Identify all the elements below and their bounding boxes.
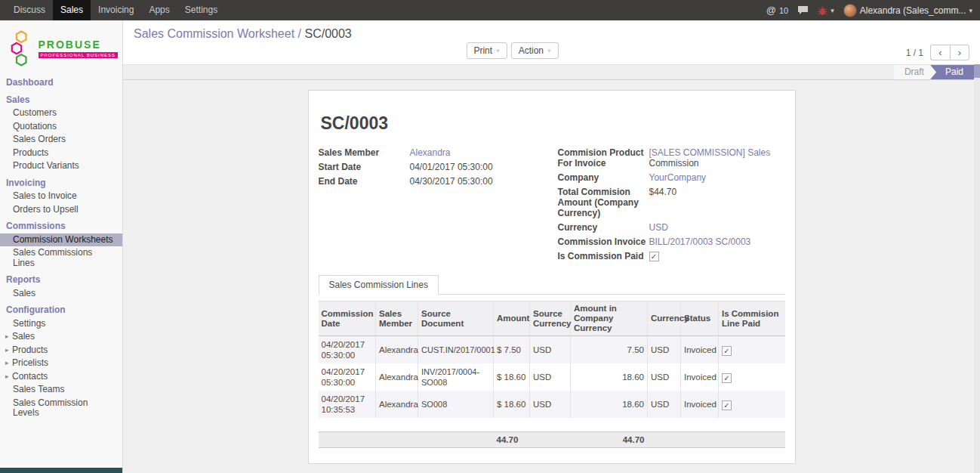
col-header-amount[interactable]: Amount bbox=[494, 301, 530, 336]
check-icon: ✓ bbox=[650, 252, 658, 261]
nav-menu-invoicing[interactable]: Invoicing bbox=[91, 0, 141, 20]
pager-previous-button[interactable]: ‹ bbox=[930, 45, 950, 60]
print-button[interactable]: Print ▾ bbox=[466, 42, 507, 59]
sidebar-item-quotations[interactable]: Quotations bbox=[0, 120, 122, 134]
list-footer: 44.70 44.70 bbox=[319, 431, 785, 448]
is-commission-paid-checkbox[interactable]: ✓ bbox=[649, 252, 659, 261]
table-row[interactable]: 04/20/2017 05:30:00 Alexandra INV/2017/0… bbox=[319, 363, 785, 391]
sidebar-heading-configuration[interactable]: Configuration bbox=[0, 304, 122, 317]
debug-menu-button[interactable]: ▾ bbox=[818, 5, 834, 16]
commission-product-link[interactable]: [SALES COMMISSION] Sales bbox=[649, 147, 771, 158]
commission-product-rest: Commission bbox=[649, 158, 699, 168]
currency-link[interactable]: USD bbox=[649, 222, 785, 233]
company-link[interactable]: YourCompany bbox=[649, 172, 785, 183]
commission-invoice-link[interactable]: BILL/2017/0003 SC/0003 bbox=[649, 236, 785, 247]
col-header-sales-member[interactable]: Sales Member bbox=[376, 301, 418, 336]
cell-company-amount: 18.60 bbox=[571, 363, 648, 391]
sidebar-item-label: Sales Orders bbox=[13, 134, 66, 145]
sidebar-item-config-contacts[interactable]: ▸Contacts bbox=[0, 370, 122, 384]
mentions-button[interactable]: @ 10 bbox=[766, 5, 788, 16]
action-button[interactable]: Action ▾ bbox=[511, 42, 559, 59]
sidebar-item-label: Sales bbox=[12, 332, 35, 342]
sidebar-item-commission-worksheets[interactable]: Commission Worksheets bbox=[0, 233, 122, 247]
cell-source-currency: USD bbox=[530, 363, 571, 391]
user-name: Alexandra (Sales_comm... bbox=[860, 5, 966, 16]
control-panel: Sales Commission Worksheet / SC/0003 Pri… bbox=[123, 20, 980, 64]
col-header-currency[interactable]: Currency bbox=[648, 301, 681, 336]
sidebar-heading-invoicing[interactable]: Invoicing bbox=[0, 177, 122, 190]
sidebar-item-sales-orders[interactable]: Sales Orders bbox=[0, 133, 122, 147]
footer-spacer bbox=[681, 432, 719, 447]
vertical-scrollbar[interactable] bbox=[974, 64, 980, 473]
field-group-right: Commision Product For Invoice [SALES COM… bbox=[552, 147, 785, 261]
status-step-draft[interactable]: Draft bbox=[894, 65, 936, 79]
sidebar-heading-sales[interactable]: Sales bbox=[0, 94, 122, 107]
sidebar-item-config-sales[interactable]: ▸Sales bbox=[0, 330, 122, 344]
mention-count: 10 bbox=[779, 6, 788, 15]
check-icon: ✓ bbox=[723, 374, 731, 382]
line-paid-checkbox[interactable]: ✓ bbox=[722, 346, 732, 356]
cell-line-paid: ✓ bbox=[719, 336, 785, 364]
sidebar-heading-reports[interactable]: Reports bbox=[0, 274, 122, 287]
col-header-amount-company-currency[interactable]: Amount in Company Currency bbox=[571, 301, 648, 336]
caret-down-icon: ▾ bbox=[547, 47, 551, 54]
nav-menu-sales[interactable]: Sales bbox=[53, 0, 91, 20]
table-row[interactable]: 04/20/2017 05:30:00 Alexandra CUST.IN/20… bbox=[319, 336, 785, 364]
sidebar-item-config-pricelists[interactable]: ▸Pricelists bbox=[0, 357, 122, 370]
main-content: Sales Commission Worksheet / SC/0003 Pri… bbox=[123, 20, 980, 473]
caret-down-icon: ▾ bbox=[496, 47, 500, 54]
line-paid-checkbox[interactable]: ✓ bbox=[722, 400, 732, 410]
app-logo[interactable]: PROBUSE PROFESSIONAL BUSINESS bbox=[0, 20, 122, 75]
sidebar-item-sales-commissions-lines[interactable]: Sales Commissions Lines bbox=[0, 246, 122, 270]
sidebar-item-sales-to-invoice[interactable]: Sales to Invoice bbox=[0, 190, 122, 203]
sidebar-bottom-strip bbox=[0, 468, 122, 473]
table-header-row: Commission Date Sales Member Source Docu… bbox=[319, 301, 785, 336]
sidebar-item-config-products[interactable]: ▸Products bbox=[0, 344, 122, 357]
sidebar-item-products[interactable]: Products bbox=[0, 147, 122, 160]
field-label-sales-member: Sales Member bbox=[319, 147, 407, 158]
logo-title: PROBUSE bbox=[39, 39, 118, 51]
cell-status: Invoiced bbox=[681, 336, 719, 364]
sidebar-item-config-settings[interactable]: Settings bbox=[0, 317, 122, 331]
cell-sales-member: Alexandra bbox=[376, 336, 418, 364]
sidebar-item-customers[interactable]: Customers bbox=[0, 107, 122, 120]
form-sheet: SC/0003 Sales Member Alexandra Start Dat… bbox=[308, 90, 796, 464]
top-navbar: Discuss Sales Invoicing Apps Settings @ … bbox=[0, 0, 980, 20]
cell-status: Invoiced bbox=[681, 363, 719, 391]
scrollbar-thumb[interactable] bbox=[974, 64, 980, 78]
sales-member-link[interactable]: Alexandra bbox=[410, 147, 552, 158]
nav-menu-apps[interactable]: Apps bbox=[141, 0, 177, 20]
sidebar-heading-dashboard[interactable]: Dashboard bbox=[0, 76, 122, 90]
pager-buttons: ‹ › bbox=[930, 45, 969, 60]
sidebar-item-sales-commission-levels[interactable]: Sales Commission Levels bbox=[0, 397, 122, 420]
sidebar-item-orders-to-upsell[interactable]: Orders to Upsell bbox=[0, 203, 122, 217]
logo-hexagons-icon bbox=[10, 29, 33, 68]
tab-sales-commission-lines[interactable]: Sales Commission Lines bbox=[319, 275, 439, 295]
sidebar-heading-commissions[interactable]: Commissions bbox=[0, 220, 122, 233]
messages-button[interactable] bbox=[797, 5, 809, 15]
sidebar-item-sales-teams[interactable]: Sales Teams bbox=[0, 383, 122, 397]
col-header-status[interactable]: Status bbox=[681, 301, 719, 336]
status-step-paid[interactable]: Paid bbox=[930, 65, 974, 79]
field-label-company: Company bbox=[558, 172, 646, 183]
sidebar-item-reports-sales[interactable]: Sales bbox=[0, 287, 122, 301]
breadcrumb-parent-link[interactable]: Sales Commission Worksheet bbox=[134, 27, 294, 40]
cell-sales-member: Alexandra bbox=[376, 391, 418, 418]
cell-line-paid: ✓ bbox=[719, 363, 785, 391]
pager-next-button[interactable]: › bbox=[950, 45, 969, 60]
sidebar-item-product-variants[interactable]: Product Variants bbox=[0, 159, 122, 173]
field-label-commission-invoice: Commission Invoice bbox=[558, 236, 646, 247]
line-paid-checkbox[interactable]: ✓ bbox=[722, 373, 732, 383]
cell-currency: USD bbox=[648, 391, 681, 418]
pager: 1 / 1 ‹ › bbox=[906, 45, 969, 60]
field-label-start-date: Start Date bbox=[319, 162, 407, 172]
col-header-commission-date[interactable]: Commission Date bbox=[319, 301, 376, 336]
col-header-is-commission-line-paid[interactable]: Is Commision Line Paid bbox=[719, 301, 785, 336]
table-row[interactable]: 04/20/2017 10:35:53 Alexandra SO008 $ 18… bbox=[319, 391, 785, 418]
nav-menu-discuss[interactable]: Discuss bbox=[6, 0, 53, 20]
col-header-source-currency[interactable]: Source Currency bbox=[530, 301, 571, 336]
action-button-label: Action bbox=[519, 45, 544, 56]
col-header-source-document[interactable]: Source Document bbox=[418, 301, 494, 336]
user-menu[interactable]: Alexandra (Sales_comm... ▾ bbox=[843, 4, 972, 17]
nav-menu-settings[interactable]: Settings bbox=[177, 0, 225, 20]
